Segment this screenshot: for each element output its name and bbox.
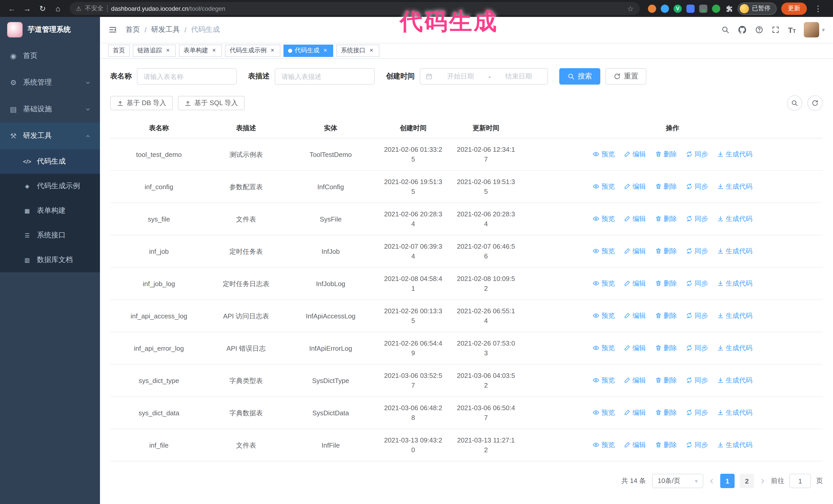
table-desc-input[interactable] xyxy=(275,68,375,85)
page-url[interactable]: dashboard.yudao.iocoder.cn/tool/codegen xyxy=(111,5,225,12)
edit-action[interactable]: 编辑 xyxy=(624,310,646,320)
edit-action[interactable]: 编辑 xyxy=(624,278,646,288)
preview-action[interactable]: 预览 xyxy=(593,440,615,449)
next-page-button[interactable] xyxy=(759,478,766,484)
generate-code-action[interactable]: 生成代码 xyxy=(717,246,753,256)
edit-action[interactable]: 编辑 xyxy=(624,440,646,449)
end-date-placeholder[interactable]: 结束日期 xyxy=(495,72,542,81)
address-bar[interactable]: ⚠ 不安全 dashboard.yudao.iocoder.cn/tool/co… xyxy=(70,2,640,15)
close-icon[interactable]: × xyxy=(165,47,171,54)
preview-action[interactable]: 预览 xyxy=(593,149,615,159)
page-button-1[interactable]: 1 xyxy=(720,474,735,488)
sync-action[interactable]: 同步 xyxy=(686,278,708,288)
sidebar-item-infrastructure[interactable]: ▤ 基础设施 xyxy=(0,96,100,123)
extension-icon-users[interactable] xyxy=(686,4,695,13)
edit-action[interactable]: 编辑 xyxy=(624,375,646,385)
extension-icon-leaf[interactable] xyxy=(712,4,720,13)
preview-action[interactable]: 预览 xyxy=(593,343,615,353)
generate-code-action[interactable]: 生成代码 xyxy=(717,181,753,191)
sync-action[interactable]: 同步 xyxy=(686,343,708,353)
goto-page-input[interactable] xyxy=(789,474,811,488)
preview-action[interactable]: 预览 xyxy=(593,278,615,288)
app-logo[interactable]: 芋道管理系统 xyxy=(0,17,100,43)
search-button[interactable]: 搜索 xyxy=(559,68,600,85)
sync-action[interactable]: 同步 xyxy=(686,181,708,191)
sync-action[interactable]: 同步 xyxy=(686,375,708,385)
close-icon[interactable]: × xyxy=(211,47,217,54)
browser-forward-icon[interactable]: → xyxy=(21,2,34,15)
toggle-search-button[interactable] xyxy=(787,95,802,111)
edit-action[interactable]: 编辑 xyxy=(624,149,646,159)
collapse-menu-icon[interactable] xyxy=(108,25,117,34)
sync-action[interactable]: 同步 xyxy=(686,310,708,320)
browser-home-icon[interactable]: ⌂ xyxy=(51,2,65,15)
preview-action[interactable]: 预览 xyxy=(593,214,615,223)
breadcrumb-parent[interactable]: 研发工具 xyxy=(151,25,180,34)
generate-code-action[interactable]: 生成代码 xyxy=(717,214,753,223)
close-icon[interactable]: × xyxy=(368,47,375,54)
delete-action[interactable]: 删除 xyxy=(655,149,677,159)
github-icon[interactable] xyxy=(738,25,747,34)
delete-action[interactable]: 删除 xyxy=(655,278,677,288)
refresh-table-button[interactable] xyxy=(807,95,823,111)
sidebar-item-home[interactable]: ◉ 首页 xyxy=(0,43,100,69)
bookmark-star-icon[interactable]: ☆ xyxy=(627,4,634,13)
edit-action[interactable]: 编辑 xyxy=(624,246,646,256)
extensions-puzzle-icon[interactable] xyxy=(725,4,733,13)
preview-action[interactable]: 预览 xyxy=(593,407,615,417)
extension-icon-droplet[interactable] xyxy=(661,4,669,13)
preview-action[interactable]: 预览 xyxy=(593,246,615,256)
extension-icon-vue[interactable]: V xyxy=(673,4,682,13)
browser-menu-icon[interactable]: ⋮ xyxy=(811,2,825,15)
browser-update-button[interactable]: 更新 xyxy=(781,2,807,15)
create-time-range-picker[interactable]: 开始日期 - 结束日期 xyxy=(420,68,548,85)
sync-action[interactable]: 同步 xyxy=(686,440,708,449)
edit-action[interactable]: 编辑 xyxy=(624,181,646,191)
font-size-icon[interactable]: TT xyxy=(788,25,796,34)
page-button-2[interactable]: 2 xyxy=(740,474,754,488)
delete-action[interactable]: 删除 xyxy=(655,343,677,353)
sidebar-item-system-api[interactable]: ☰ 系统接口 xyxy=(0,223,100,248)
sidebar-item-form-builder[interactable]: ▦ 表单构建 xyxy=(0,198,100,223)
sync-action[interactable]: 同步 xyxy=(686,246,708,256)
edit-action[interactable]: 编辑 xyxy=(624,407,646,417)
generate-code-action[interactable]: 生成代码 xyxy=(717,278,753,288)
sidebar-item-codegen-demo[interactable]: ◈ 代码生成示例 xyxy=(0,174,100,198)
browser-reload-icon[interactable]: ↻ xyxy=(36,2,49,15)
generate-code-action[interactable]: 生成代码 xyxy=(717,440,753,449)
close-icon[interactable]: × xyxy=(322,47,329,54)
generate-code-action[interactable]: 生成代码 xyxy=(717,407,753,417)
import-db-button[interactable]: 基于 DB 导入 xyxy=(110,96,173,110)
user-menu[interactable]: ▾ xyxy=(804,22,825,38)
tab-tracing[interactable]: 链路追踪× xyxy=(133,44,176,57)
search-icon[interactable] xyxy=(721,26,730,34)
fullscreen-icon[interactable] xyxy=(771,26,780,34)
extension-icon-orange[interactable] xyxy=(648,4,656,13)
sync-action[interactable]: 同步 xyxy=(686,214,708,223)
browser-back-icon[interactable]: ← xyxy=(5,2,19,15)
preview-action[interactable]: 预览 xyxy=(593,375,615,385)
generate-code-action[interactable]: 生成代码 xyxy=(717,343,753,353)
page-size-select[interactable]: 10条/页 ▾ xyxy=(652,474,703,488)
help-icon[interactable] xyxy=(755,26,763,34)
generate-code-action[interactable]: 生成代码 xyxy=(717,375,753,385)
delete-action[interactable]: 删除 xyxy=(655,214,677,223)
prev-page-button[interactable] xyxy=(709,478,715,484)
profile-paused-badge[interactable]: 已暂停 xyxy=(738,2,777,15)
tab-system-api[interactable]: 系统接口× xyxy=(336,44,379,57)
import-sql-button[interactable]: 基于 SQL 导入 xyxy=(178,96,245,110)
extension-icon-misc[interactable] xyxy=(699,4,708,13)
edit-action[interactable]: 编辑 xyxy=(624,343,646,353)
edit-action[interactable]: 编辑 xyxy=(624,214,646,223)
delete-action[interactable]: 删除 xyxy=(655,246,677,256)
generate-code-action[interactable]: 生成代码 xyxy=(717,310,753,320)
close-icon[interactable]: × xyxy=(269,47,276,54)
sidebar-item-db-doc[interactable]: ▥ 数据库文档 xyxy=(0,248,100,272)
preview-action[interactable]: 预览 xyxy=(593,310,615,320)
tab-form-builder[interactable]: 表单构建× xyxy=(179,44,222,57)
sidebar-item-codegen[interactable]: </> 代码生成 xyxy=(0,149,100,174)
reset-button[interactable]: 重置 xyxy=(605,68,646,85)
tab-codegen-demo[interactable]: 代码生成示例× xyxy=(225,44,280,57)
sync-action[interactable]: 同步 xyxy=(686,407,708,417)
sync-action[interactable]: 同步 xyxy=(686,149,708,159)
